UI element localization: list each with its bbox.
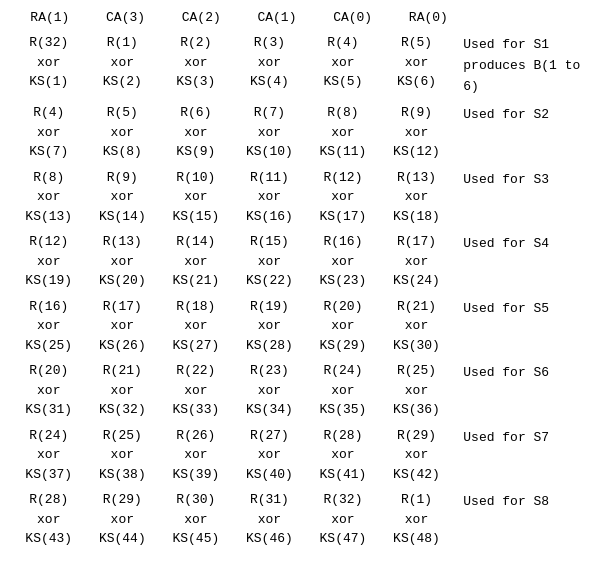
- cell-bot: KS(1): [29, 72, 68, 92]
- cell-r5-c5: R(25)xorKS(36): [380, 361, 454, 420]
- cell-bot: KS(43): [25, 529, 72, 549]
- cell-r5-c3: R(23)xorKS(34): [233, 361, 307, 420]
- cell-top: R(9): [107, 168, 138, 188]
- cell-xor: xor: [184, 445, 207, 465]
- cell-r4-c4: R(20)xorKS(29): [306, 297, 380, 356]
- cell-bot: KS(34): [246, 400, 293, 420]
- cell-xor: xor: [111, 252, 134, 272]
- cell-bot: KS(32): [99, 400, 146, 420]
- cell-xor: xor: [331, 510, 354, 530]
- cell-bot: KS(30): [393, 336, 440, 356]
- row-label-primary: Used for S4: [463, 234, 594, 255]
- cell-xor: xor: [331, 187, 354, 207]
- row-label-4: Used for S5: [463, 297, 594, 320]
- cell-bot: KS(20): [99, 271, 146, 291]
- cell-r3-c1: R(13)xorKS(20): [86, 232, 160, 291]
- header-col-2: CA(2): [163, 10, 239, 25]
- cell-r7-c2: R(30)xorKS(45): [159, 490, 233, 549]
- cell-r7-c5: R(1)xorKS(48): [380, 490, 454, 549]
- cell-bot: KS(33): [172, 400, 219, 420]
- cell-bot: KS(37): [25, 465, 72, 485]
- cell-r1-c5: R(9)xorKS(12): [380, 103, 454, 162]
- row-label-primary: Used for S2: [463, 105, 594, 126]
- cell-xor: xor: [258, 381, 281, 401]
- cell-bot: KS(13): [25, 207, 72, 227]
- cell-top: R(29): [103, 490, 142, 510]
- row-label-primary: Used for S6: [463, 363, 594, 384]
- cell-xor: xor: [37, 53, 60, 73]
- header-col-4: CA(0): [315, 10, 391, 25]
- cell-top: R(15): [250, 232, 289, 252]
- cell-xor: xor: [111, 187, 134, 207]
- cell-bot: KS(17): [320, 207, 367, 227]
- cell-xor: xor: [111, 381, 134, 401]
- cell-xor: xor: [184, 316, 207, 336]
- content: R(32)xorKS(1)R(1)xorKS(2)R(2)xorKS(3)R(3…: [8, 33, 594, 549]
- cell-bot: KS(40): [246, 465, 293, 485]
- cell-bot: KS(38): [99, 465, 146, 485]
- cell-r0-c0: R(32)xorKS(1): [12, 33, 86, 92]
- header-col-3: CA(1): [239, 10, 315, 25]
- cell-r3-c5: R(17)xorKS(24): [380, 232, 454, 291]
- cell-r4-c0: R(16)xorKS(25): [12, 297, 86, 356]
- cell-top: R(4): [33, 103, 64, 123]
- cell-xor: xor: [331, 123, 354, 143]
- cell-top: R(9): [401, 103, 432, 123]
- cell-xor: xor: [405, 316, 428, 336]
- cell-xor: xor: [258, 445, 281, 465]
- cell-top: R(6): [180, 103, 211, 123]
- cell-top: R(21): [103, 361, 142, 381]
- row-3: R(12)xorKS(19)R(13)xorKS(20)R(14)xorKS(2…: [8, 232, 594, 291]
- cell-r3-c3: R(15)xorKS(22): [233, 232, 307, 291]
- cell-top: R(10): [176, 168, 215, 188]
- cell-top: R(32): [29, 33, 68, 53]
- cell-top: R(27): [250, 426, 289, 446]
- cell-top: R(26): [176, 426, 215, 446]
- cell-bot: KS(28): [246, 336, 293, 356]
- cell-r7-c4: R(32)xorKS(47): [306, 490, 380, 549]
- cell-xor: xor: [331, 252, 354, 272]
- cell-top: R(22): [176, 361, 215, 381]
- cell-r6-c1: R(25)xorKS(38): [86, 426, 160, 485]
- cell-xor: xor: [184, 123, 207, 143]
- cell-bot: KS(47): [320, 529, 367, 549]
- row-7: R(28)xorKS(43)R(29)xorKS(44)R(30)xorKS(4…: [8, 490, 594, 549]
- cell-xor: xor: [111, 53, 134, 73]
- cell-r6-c3: R(27)xorKS(40): [233, 426, 307, 485]
- cell-r2-c2: R(10)xorKS(15): [159, 168, 233, 227]
- cell-bot: KS(25): [25, 336, 72, 356]
- cell-xor: xor: [258, 187, 281, 207]
- row-label-primary: Used for S3: [463, 170, 594, 191]
- cell-r5-c2: R(22)xorKS(33): [159, 361, 233, 420]
- cell-bot: KS(31): [25, 400, 72, 420]
- cell-xor: xor: [331, 53, 354, 73]
- cell-bot: KS(42): [393, 465, 440, 485]
- cell-bot: KS(16): [246, 207, 293, 227]
- cell-r6-c0: R(24)xorKS(37): [12, 426, 86, 485]
- cell-bot: KS(29): [320, 336, 367, 356]
- cell-bot: KS(36): [393, 400, 440, 420]
- cell-xor: xor: [405, 53, 428, 73]
- cell-top: R(7): [254, 103, 285, 123]
- cell-xor: xor: [37, 187, 60, 207]
- cell-r5-c4: R(24)xorKS(35): [306, 361, 380, 420]
- cell-r2-c0: R(8)xorKS(13): [12, 168, 86, 227]
- cell-top: R(18): [176, 297, 215, 317]
- cell-r4-c3: R(19)xorKS(28): [233, 297, 307, 356]
- cell-xor: xor: [111, 445, 134, 465]
- cell-top: R(11): [250, 168, 289, 188]
- cell-bot: KS(14): [99, 207, 146, 227]
- cell-r2-c5: R(13)xorKS(18): [380, 168, 454, 227]
- header-col-1: CA(3): [88, 10, 164, 25]
- cell-top: R(1): [401, 490, 432, 510]
- cell-r2-c4: R(12)xorKS(17): [306, 168, 380, 227]
- cell-xor: xor: [37, 445, 60, 465]
- cell-r4-c2: R(18)xorKS(27): [159, 297, 233, 356]
- cell-r5-c0: R(20)xorKS(31): [12, 361, 86, 420]
- cell-xor: xor: [111, 510, 134, 530]
- cell-r0-c1: R(1)xorKS(2): [86, 33, 160, 92]
- cell-bot: KS(2): [103, 72, 142, 92]
- cell-top: R(29): [397, 426, 436, 446]
- cell-r7-c1: R(29)xorKS(44): [86, 490, 160, 549]
- cell-bot: KS(22): [246, 271, 293, 291]
